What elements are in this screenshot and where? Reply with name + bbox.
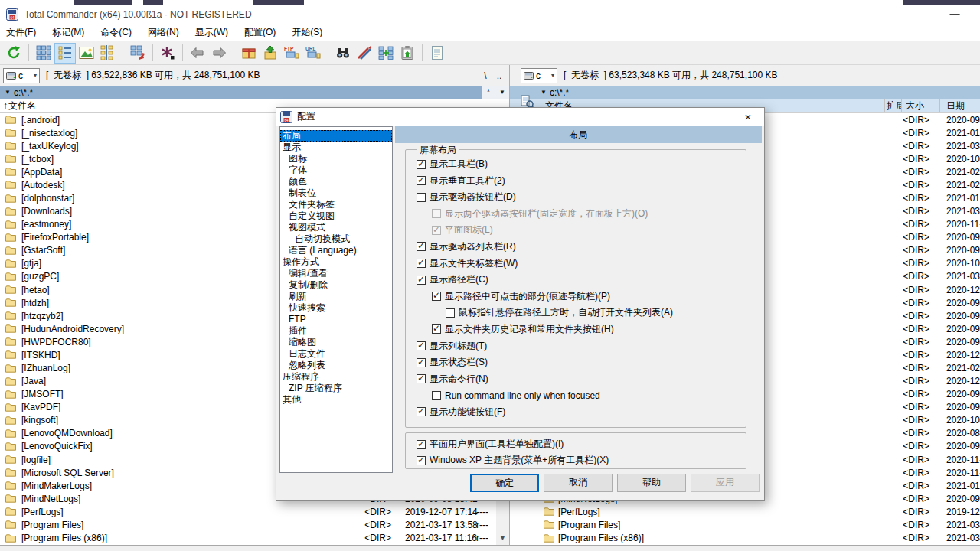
- sync-dirs-button[interactable]: [354, 43, 375, 64]
- menu-item[interactable]: 显示(W): [195, 26, 228, 39]
- tree-item[interactable]: 视图模式: [280, 222, 392, 233]
- layout-checkbox[interactable]: 平面用户界面(工具栏单独配置)(I): [416, 439, 746, 449]
- tree-item[interactable]: 忽略列表: [280, 360, 392, 371]
- refresh-icon: [6, 45, 21, 60]
- menu-item[interactable]: 开始(S): [292, 26, 322, 39]
- left-history-button[interactable]: ▼: [495, 89, 509, 96]
- forward-button[interactable]: [208, 43, 230, 64]
- tree-item[interactable]: 日志文件: [280, 348, 392, 360]
- full-view-button[interactable]: [76, 43, 97, 64]
- layout-checkbox[interactable]: 显示文件夹历史记录和常用文件夹按钮(H): [432, 324, 746, 334]
- folder-icon: [5, 246, 16, 255]
- layout-checkbox[interactable]: 显示状态栏(S): [416, 357, 746, 367]
- tree-item[interactable]: 自动切换模式: [280, 233, 392, 245]
- file-row[interactable]: [Program Files] <DIR> 2021-03-: [510, 518, 980, 531]
- scroll-down-icon[interactable]: ▼: [496, 532, 509, 545]
- pack-button[interactable]: [238, 43, 260, 64]
- tree-item[interactable]: 字体: [280, 165, 392, 176]
- left-parent-dir-button[interactable]: ..: [492, 70, 506, 81]
- tree-item[interactable]: 快速搜索: [280, 302, 392, 314]
- layout-checkbox[interactable]: 显示路径栏(C): [416, 275, 746, 285]
- right-drive-selector[interactable]: c ▾: [521, 68, 557, 83]
- tree-item[interactable]: 复制/删除: [280, 279, 392, 291]
- tree-item[interactable]: 插件: [280, 325, 392, 337]
- right-header-date[interactable]: 日期: [939, 99, 980, 112]
- tree-item[interactable]: 颜色: [280, 176, 392, 187]
- tree-item[interactable]: ZIP 压缩程序: [280, 383, 392, 394]
- file-row[interactable]: [Program Files (x86)] <DIR> 2021-03-17 1…: [0, 532, 496, 545]
- tree-item[interactable]: 压缩程序: [280, 371, 392, 383]
- tree-item[interactable]: 缩略图: [280, 337, 392, 348]
- layout-checkbox[interactable]: Run command line only when focused: [432, 390, 746, 400]
- tree-item[interactable]: 编辑/查看: [280, 268, 392, 279]
- layout-checkbox[interactable]: 显示路径中可点击的部分(痕迹导航栏)(P): [432, 292, 746, 302]
- tree-item[interactable]: 其他: [280, 394, 392, 406]
- dialog-button[interactable]: 帮助: [617, 474, 686, 492]
- tree-view-button[interactable]: [97, 43, 119, 64]
- file-row[interactable]: [PerfLogs] <DIR> 2019-12-: [510, 505, 980, 518]
- menu-item[interactable]: 命令(C): [100, 26, 132, 39]
- tree-item[interactable]: 刷新: [280, 291, 392, 302]
- right-header-size[interactable]: 大小: [901, 99, 939, 112]
- layout-checkbox[interactable]: 显示命令行(N): [416, 374, 746, 384]
- left-drive-bar: c ▾ [_无卷标_] 63,522,836 KB 可用，共 248,751,1…: [0, 65, 509, 86]
- menu-item[interactable]: 文件(F): [6, 26, 36, 39]
- left-drive-selector[interactable]: c ▾: [3, 68, 40, 83]
- custom-view-button[interactable]: [127, 43, 149, 64]
- file-size: <DIR>: [345, 533, 391, 543]
- close-icon[interactable]: ×: [738, 109, 758, 124]
- tree-item[interactable]: FTP: [280, 314, 392, 325]
- tree-item[interactable]: 显示: [280, 142, 392, 153]
- tree-item[interactable]: 布局: [280, 130, 392, 142]
- tree-item[interactable]: 文件夹标签: [280, 199, 392, 210]
- file-date: 2020-10-: [939, 258, 980, 269]
- layout-checkbox[interactable]: 鼠标指针悬停在路径上方时，自动打开文件夹列表(A): [446, 308, 746, 318]
- checkbox-icon: [416, 242, 426, 251]
- brief-view-button[interactable]: [54, 43, 76, 64]
- tree-item[interactable]: 操作方式: [280, 256, 392, 268]
- dialog-button[interactable]: 确定: [470, 474, 539, 492]
- file-row[interactable]: [Program Files] <DIR> 2021-03-17 13:58 r…: [0, 518, 496, 531]
- clipboard-button[interactable]: [397, 43, 418, 64]
- right-path-bar[interactable]: ▼ c:\*.*: [510, 86, 980, 99]
- search-button[interactable]: [332, 43, 354, 64]
- notes-button[interactable]: [426, 43, 448, 64]
- tree-item[interactable]: 语言 (Language): [280, 245, 392, 256]
- file-row[interactable]: [Program Files (x86)] <DIR> 2021-03-: [510, 532, 980, 545]
- file-name: [_taxUKeylog]: [21, 141, 79, 152]
- menu-item[interactable]: 网络(N): [148, 26, 179, 39]
- tree-item[interactable]: 图标: [280, 153, 392, 165]
- dialog-button[interactable]: 应用: [691, 474, 760, 492]
- layout-checkbox[interactable]: 显示文件夹标签栏(W): [416, 259, 746, 269]
- menu-item[interactable]: 标记(M): [52, 26, 84, 39]
- minimize-button[interactable]: —: [943, 8, 966, 21]
- tree-item[interactable]: 自定义视图: [280, 210, 392, 222]
- compare-dirs-button[interactable]: [375, 43, 397, 64]
- unpack-button[interactable]: [260, 43, 281, 64]
- refresh-button[interactable]: [3, 43, 24, 64]
- left-path-bar[interactable]: ▼ c:\*.* * ▼: [0, 86, 509, 99]
- layout-checkbox[interactable]: Windows XP 主题背景(菜单+所有工具栏)(X): [416, 455, 746, 465]
- layout-checkbox[interactable]: 显示工具栏(B): [416, 159, 746, 169]
- file-row[interactable]: [PerfLogs] <DIR> 2019-12-07 17:14 ----: [0, 505, 496, 518]
- back-button[interactable]: [187, 43, 208, 64]
- left-hotlist-button[interactable]: *: [482, 88, 495, 96]
- left-root-button[interactable]: \: [479, 70, 492, 81]
- thumbnails-view-button[interactable]: [33, 43, 54, 64]
- ftp-url-button[interactable]: URL: [302, 43, 324, 64]
- flat-view-button[interactable]: [157, 43, 178, 64]
- tree-item[interactable]: 制表位: [280, 187, 392, 199]
- layout-checkbox[interactable]: 显示驱动器按钮栏(D): [416, 192, 746, 202]
- dialog-button[interactable]: 取消: [544, 474, 612, 492]
- menu-item[interactable]: 配置(O): [244, 26, 276, 39]
- file-name: [ITSKHD]: [21, 350, 60, 360]
- ftp-connect-button[interactable]: FTP: [281, 43, 302, 64]
- layout-checkbox[interactable]: 显示垂直工具栏(2): [416, 176, 746, 186]
- folder-icon: [5, 207, 16, 216]
- layout-checkbox[interactable]: 显示列标题(T): [416, 341, 746, 351]
- right-header-ext[interactable]: 扩展名: [884, 99, 901, 112]
- layout-checkbox[interactable]: 显示两个驱动器按钮栏(固定宽度，在面板上方)(O): [432, 209, 746, 219]
- layout-checkbox[interactable]: 显示功能键按钮(F): [416, 407, 746, 417]
- layout-checkbox[interactable]: 显示驱动器列表栏(R): [416, 242, 746, 252]
- layout-checkbox[interactable]: 平面图标(L): [432, 225, 746, 235]
